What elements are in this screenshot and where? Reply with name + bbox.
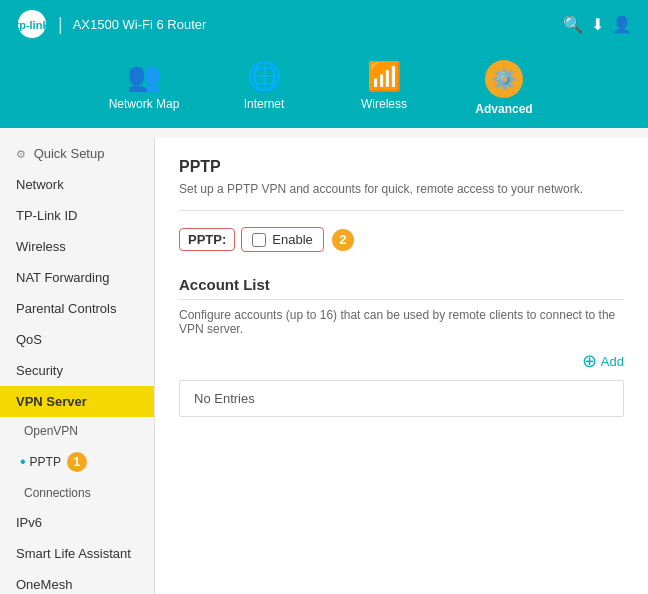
sidebar: ⚙ Quick Setup Network TP-Link ID Wireles… <box>0 138 155 594</box>
wireless-icon: 📶 <box>367 60 402 93</box>
no-entries-box: No Entries <box>179 380 624 417</box>
sidebar-item-tplink-id[interactable]: TP-Link ID <box>0 200 154 231</box>
header-actions: 🔍 ⬇ 👤 <box>563 15 632 34</box>
advanced-icon: ⚙️ <box>485 60 523 98</box>
pptp-enable-wrapper: Enable <box>241 227 323 252</box>
plus-icon: ⊕ <box>582 350 597 372</box>
sidebar-item-network[interactable]: Network <box>0 169 154 200</box>
search-icon[interactable]: 🔍 <box>563 15 583 34</box>
sidebar-item-onemesh[interactable]: OneMesh <box>0 569 154 594</box>
nav-bar: 👥 Network Map 🌐 Internet 📶 Wireless ⚙️ A… <box>0 48 648 138</box>
sidebar-item-quick-setup[interactable]: ⚙ Quick Setup <box>0 138 154 169</box>
main-layout: ⚙ Quick Setup Network TP-Link ID Wireles… <box>0 138 648 594</box>
add-row: ⊕ Add <box>179 350 624 372</box>
sidebar-item-parental-controls[interactable]: Parental Controls <box>0 293 154 324</box>
sidebar-item-qos[interactable]: QoS <box>0 324 154 355</box>
pptp-desc: Set up a PPTP VPN and accounts for quick… <box>179 182 624 196</box>
sidebar-item-openvpn[interactable]: OpenVPN <box>0 417 154 445</box>
nav-item-advanced[interactable]: ⚙️ Advanced <box>444 54 564 122</box>
header-bar: tp-link | AX1500 Wi-Fi 6 Router 🔍 ⬇ 👤 <box>0 0 648 48</box>
nav-arrow <box>0 128 648 138</box>
sidebar-item-wireless[interactable]: Wireless <box>0 231 154 262</box>
pptp-bullet-icon: • <box>20 453 26 471</box>
content-area: PPTP Set up a PPTP VPN and accounts for … <box>155 138 648 594</box>
pptp-label-box: PPTP: <box>179 228 235 251</box>
nav-label-internet: Internet <box>244 97 285 111</box>
sidebar-item-connections[interactable]: Connections <box>0 479 154 507</box>
enable-label: Enable <box>272 232 312 247</box>
sidebar-item-security[interactable]: Security <box>0 355 154 386</box>
nav-label-network-map: Network Map <box>109 97 180 111</box>
network-map-icon: 👥 <box>127 60 162 93</box>
sidebar-item-ipv6[interactable]: IPv6 <box>0 507 154 538</box>
sidebar-item-pptp[interactable]: • PPTP 1 <box>0 445 154 479</box>
account-list-desc: Configure accounts (up to 16) that can b… <box>179 308 624 336</box>
gear-icon: ⚙ <box>16 148 26 160</box>
badge-2: 2 <box>332 229 354 251</box>
header-divider: | <box>58 14 63 35</box>
pptp-enable-checkbox[interactable] <box>252 233 266 247</box>
account-list-title: Account List <box>179 276 624 293</box>
sidebar-item-smart-life[interactable]: Smart Life Assistant <box>0 538 154 569</box>
sidebar-item-vpn-server[interactable]: VPN Server <box>0 386 154 417</box>
pptp-title: PPTP <box>179 158 624 176</box>
header-subtitle: AX1500 Wi-Fi 6 Router <box>73 17 207 32</box>
internet-icon: 🌐 <box>247 60 282 93</box>
nav-item-network-map[interactable]: 👥 Network Map <box>84 54 204 117</box>
tplink-logo-icon: tp-link <box>16 8 48 40</box>
pptp-enable-row: PPTP: Enable 2 <box>179 227 624 252</box>
badge-1: 1 <box>67 452 87 472</box>
nav-item-wireless[interactable]: 📶 Wireless <box>324 54 444 117</box>
add-button[interactable]: ⊕ Add <box>582 350 624 372</box>
user-icon[interactable]: 👤 <box>612 15 632 34</box>
nav-label-wireless: Wireless <box>361 97 407 111</box>
section-divider-1 <box>179 210 624 211</box>
section-divider-2 <box>179 299 624 300</box>
nav-label-advanced: Advanced <box>475 102 532 116</box>
nav-item-internet[interactable]: 🌐 Internet <box>204 54 324 117</box>
download-icon[interactable]: ⬇ <box>591 15 604 34</box>
logo: tp-link <box>16 8 48 40</box>
pptp-section: PPTP Set up a PPTP VPN and accounts for … <box>179 158 624 252</box>
sidebar-item-nat-forwarding[interactable]: NAT Forwarding <box>0 262 154 293</box>
account-list-section: Account List Configure accounts (up to 1… <box>179 276 624 417</box>
svg-text:tp-link: tp-link <box>16 19 48 31</box>
